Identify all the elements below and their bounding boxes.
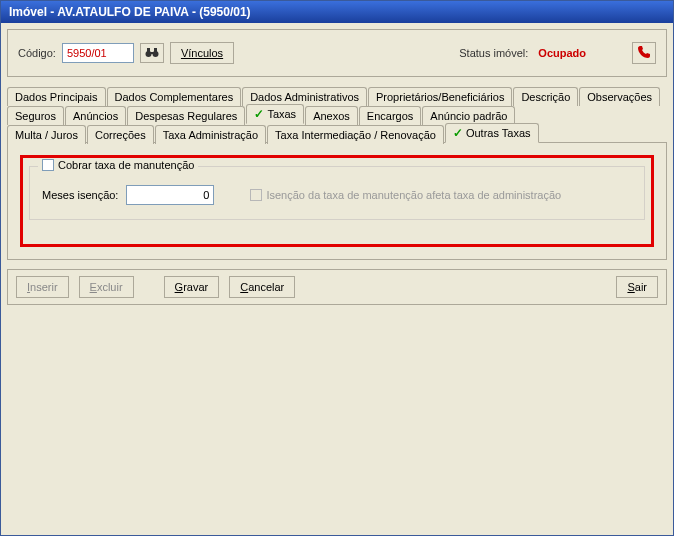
window-titlebar: Imóvel - AV.ATAULFO DE PAIVA - (5950/01) — [1, 1, 673, 23]
phone-button[interactable] — [632, 42, 656, 64]
svg-rect-2 — [150, 52, 154, 54]
gravar-button[interactable]: Gravar — [164, 276, 220, 298]
meses-isencao-input[interactable] — [126, 185, 214, 205]
isencao-afeta-checkbox: Isenção da taxa de manutenção afeta taxa… — [250, 189, 561, 201]
tab-taxa-intermediacao[interactable]: Taxa Intermediação / Renovação — [267, 125, 444, 144]
inserir-button[interactable]: Inserir — [16, 276, 69, 298]
header-panel: Código: Vínculos Status imóvel: Ocupado — [7, 29, 667, 77]
binoculars-icon — [145, 46, 159, 61]
btn-text: ravar — [183, 281, 208, 293]
checkbox-icon — [250, 189, 262, 201]
btn-text: nserir — [30, 281, 58, 293]
cobrar-taxa-checkbox[interactable] — [42, 159, 54, 171]
group-legend-label: Cobrar taxa de manutenção — [58, 159, 194, 171]
bottom-toolbar: Inserir Excluir Gravar Cancelar Sair — [7, 269, 667, 305]
cancelar-button[interactable]: Cancelar — [229, 276, 295, 298]
vinculos-button[interactable]: Vínculos — [170, 42, 234, 64]
tab-multa-juros[interactable]: Multa / Juros — [7, 125, 86, 144]
meses-isencao-label: Meses isenção: — [42, 189, 118, 201]
btn-text: ancelar — [248, 281, 284, 293]
phone-icon — [637, 45, 651, 62]
window-title: Imóvel - AV.ATAULFO DE PAIVA - (5950/01) — [9, 5, 251, 19]
status-label: Status imóvel: — [459, 47, 528, 59]
btn-text: air — [635, 281, 647, 293]
highlight-box: Cobrar taxa de manutenção Meses isenção:… — [20, 155, 654, 247]
code-label: Código: — [18, 47, 56, 59]
tab-row-2: Seguros Anúncios Despesas Regulares ✓Tax… — [7, 104, 667, 124]
check-icon: ✓ — [254, 107, 264, 121]
search-button[interactable] — [140, 43, 164, 63]
tab-row-3: Multa / Juros Correções Taxa Administraç… — [7, 123, 667, 143]
code-input[interactable] — [62, 43, 134, 63]
tab-outras-taxas[interactable]: ✓Outras Taxas — [445, 123, 539, 143]
tab-taxas[interactable]: ✓Taxas — [246, 104, 304, 124]
svg-rect-3 — [147, 48, 150, 52]
sair-button[interactable]: Sair — [616, 276, 658, 298]
svg-rect-4 — [154, 48, 157, 52]
check-icon: ✓ — [453, 126, 463, 140]
manutencao-group: Cobrar taxa de manutenção Meses isenção:… — [29, 166, 645, 220]
tab-row-1: Dados Principais Dados Complementares Da… — [7, 85, 667, 105]
tab-content: Cobrar taxa de manutenção Meses isenção:… — [7, 142, 667, 260]
btn-text: xcluir — [97, 281, 123, 293]
excluir-button[interactable]: Excluir — [79, 276, 134, 298]
tab-correcoes[interactable]: Correções — [87, 125, 154, 144]
tab-taxa-administracao[interactable]: Taxa Administração — [155, 125, 266, 144]
isencao-afeta-label: Isenção da taxa de manutenção afeta taxa… — [266, 189, 561, 201]
status-value: Ocupado — [538, 47, 586, 59]
